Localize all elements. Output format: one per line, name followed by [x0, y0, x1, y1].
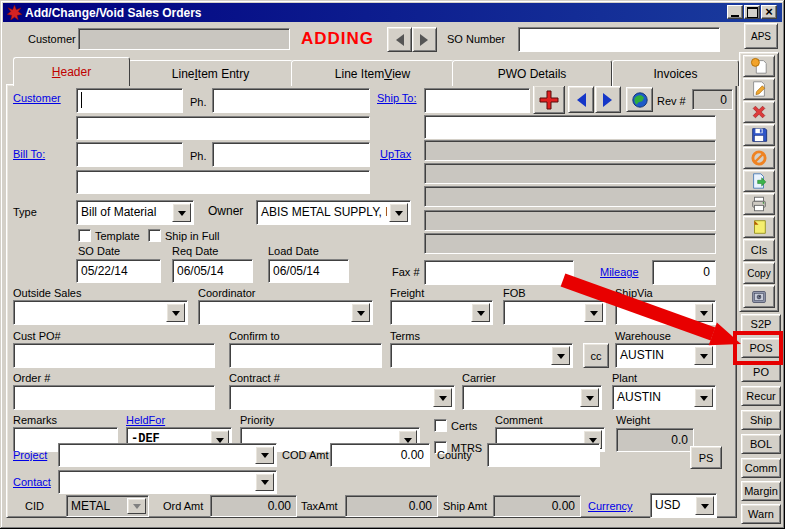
cid-label: CID [25, 500, 44, 512]
ps-button[interactable]: PS [690, 446, 722, 469]
chevron-down-icon[interactable] [255, 446, 274, 464]
window-title: Add/Change/Void Sales Orders [25, 6, 201, 20]
ship-to-address-input[interactable] [424, 115, 716, 139]
aps-button[interactable]: APS [744, 23, 778, 49]
cust-po-input[interactable] [13, 343, 215, 368]
project-link[interactable]: Project [13, 449, 47, 461]
tab-pwo-details[interactable]: PWO Details [452, 60, 612, 86]
tab-header[interactable]: Header [13, 57, 130, 86]
notes-button[interactable] [743, 216, 775, 238]
customer-link[interactable]: Customer [13, 92, 63, 104]
contact-select[interactable] [58, 470, 277, 494]
comm-button[interactable]: Comm [741, 458, 781, 478]
confirm-to-input[interactable] [229, 343, 382, 368]
uptax-link[interactable]: UpTax [380, 148, 411, 160]
plant-select[interactable]: AUSTIN [612, 385, 716, 410]
prev-record-button[interactable] [387, 27, 412, 52]
close-button[interactable]: × [761, 5, 777, 19]
edit-button[interactable] [743, 78, 775, 100]
ship-to-next-button[interactable] [595, 86, 621, 113]
owner-select-value: ABIS METAL SUPPLY, IN [257, 201, 387, 224]
cancel-button[interactable] [743, 147, 775, 169]
so-date-input[interactable]: 05/22/14 [76, 259, 161, 283]
customer-phone-label: Ph. [190, 96, 207, 108]
req-date-input[interactable]: 06/05/14 [172, 259, 253, 283]
margin-button[interactable]: Margin [741, 481, 781, 501]
bill-to-phone-input[interactable] [212, 142, 370, 167]
chevron-down-icon[interactable] [166, 303, 185, 322]
county-input[interactable] [487, 443, 600, 467]
type-select[interactable]: Bill of Material [76, 200, 194, 225]
warn-button[interactable]: Warn [741, 504, 781, 524]
chevron-down-icon[interactable] [389, 203, 408, 222]
cod-amt-input[interactable]: 0.00 [330, 443, 430, 467]
maximize-button[interactable] [744, 5, 760, 19]
minimize-icon [731, 15, 739, 17]
so-number-input[interactable] [518, 27, 720, 52]
tab-line-item-entry[interactable]: Line Item Entry [128, 60, 293, 86]
ship-to-prev-button[interactable] [568, 86, 594, 113]
freight-select[interactable] [390, 300, 493, 325]
chevron-down-icon[interactable] [255, 473, 274, 491]
carrier-select[interactable] [462, 385, 602, 410]
bill-to-link[interactable]: Bill To: [13, 148, 45, 160]
bol-button[interactable]: BOL [741, 434, 781, 454]
customer-address-input[interactable] [76, 116, 370, 140]
minimize-button[interactable] [727, 5, 743, 19]
ship-to-input[interactable] [424, 88, 530, 113]
print-button[interactable] [743, 193, 775, 215]
coordinator-select[interactable] [198, 300, 373, 325]
customer-phone-input[interactable] [212, 88, 370, 113]
fob-label: FOB [503, 287, 526, 299]
currency-select-value: USD [651, 494, 693, 517]
chevron-down-icon[interactable] [580, 388, 599, 407]
comment-label: Comment [495, 414, 543, 426]
po-button[interactable]: PO [741, 362, 781, 382]
chevron-down-icon[interactable] [695, 496, 714, 515]
map-button[interactable] [626, 87, 653, 112]
so-number-label: SO Number [447, 33, 505, 45]
tax-amt-label: TaxAmt [301, 500, 338, 512]
ship-to-link[interactable]: Ship To: [377, 92, 417, 104]
outside-sales-select[interactable] [13, 300, 188, 325]
chevron-down-icon[interactable] [433, 388, 452, 407]
ship-button[interactable]: Ship [741, 410, 781, 430]
template-checkbox[interactable] [78, 229, 91, 242]
ship-in-full-checkbox[interactable] [148, 229, 161, 242]
cls-button[interactable]: CIs [743, 239, 775, 261]
ship-in-full-label: Ship in Full [165, 230, 219, 242]
maximize-icon [747, 7, 758, 18]
cid-select: METAL [66, 495, 149, 517]
chevron-down-icon[interactable] [471, 303, 490, 322]
arrow-left-icon [390, 34, 404, 46]
delete-button[interactable] [743, 101, 775, 123]
req-date-label: Req Date [172, 245, 218, 257]
customer-input[interactable] [76, 88, 183, 113]
contact-link[interactable]: Contact [13, 476, 51, 488]
load-date-input[interactable]: 06/05/14 [268, 259, 349, 283]
new-note-button[interactable] [743, 55, 775, 77]
recur-button[interactable]: Recur [741, 386, 781, 406]
tab-invoices[interactable]: Invoices [612, 60, 739, 86]
save-button[interactable] [743, 124, 775, 146]
contract-select[interactable] [229, 385, 455, 410]
tab-line-item-view[interactable]: Line Item View [291, 60, 454, 86]
currency-link[interactable]: Currency [588, 500, 633, 512]
cancel-icon [750, 149, 768, 167]
order-input[interactable] [13, 385, 215, 410]
currency-select[interactable]: USD [650, 493, 717, 518]
exit-button[interactable] [743, 170, 775, 192]
heldfor-link[interactable]: HeldFor [126, 414, 165, 426]
text-cursor [81, 92, 82, 108]
next-record-button[interactable] [412, 27, 437, 52]
customer-top-label: Customer [28, 33, 76, 45]
add-ship-to-button[interactable] [533, 85, 565, 114]
bill-to-input[interactable] [76, 142, 183, 167]
bill-to-address-input[interactable] [76, 170, 370, 194]
certs-checkbox[interactable] [434, 419, 447, 432]
chevron-down-icon[interactable] [351, 303, 370, 322]
project-select[interactable] [58, 443, 277, 467]
owner-select[interactable]: ABIS METAL SUPPLY, IN [256, 200, 411, 225]
chevron-down-icon[interactable] [694, 388, 713, 407]
chevron-down-icon[interactable] [172, 203, 191, 222]
